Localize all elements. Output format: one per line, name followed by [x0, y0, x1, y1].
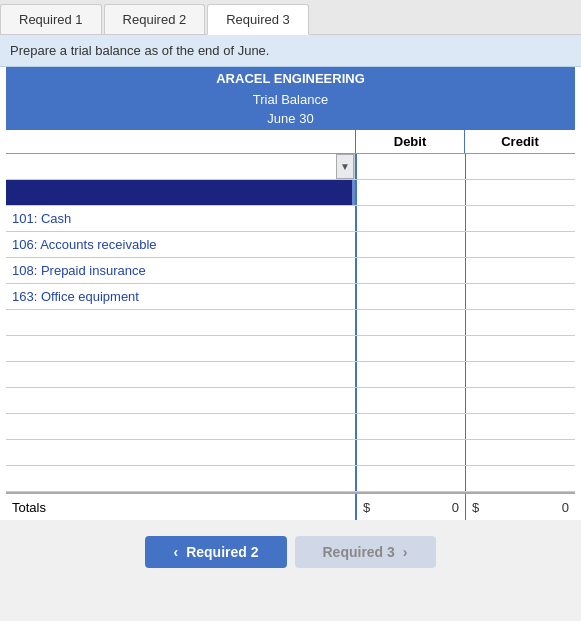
totals-row: Totals $ 0 $ 0	[6, 492, 575, 520]
instruction-bar: Prepare a trial balance as of the end of…	[0, 35, 581, 67]
credit-input[interactable]	[472, 238, 562, 252]
debit-cell[interactable]	[355, 466, 465, 491]
table-row	[6, 180, 575, 206]
debit-input[interactable]	[363, 446, 453, 460]
credit-input[interactable]	[472, 342, 562, 356]
credit-input[interactable]	[472, 316, 562, 330]
credit-input[interactable]	[472, 264, 562, 278]
debit-input[interactable]	[363, 368, 453, 382]
prev-button-label: Required 2	[186, 544, 258, 560]
account-cell[interactable]	[6, 310, 355, 335]
debit-col-header: Debit	[355, 130, 465, 153]
account-cell[interactable]: 108: Prepaid insurance	[6, 258, 355, 283]
debit-input[interactable]	[363, 264, 453, 278]
debit-cell[interactable]	[355, 154, 465, 179]
account-text: 106: Accounts receivable	[12, 237, 157, 252]
table-row	[6, 414, 575, 440]
main-content: ARACEL ENGINEERING Trial Balance June 30…	[0, 67, 581, 520]
debit-input[interactable]	[363, 394, 453, 408]
credit-cell[interactable]	[465, 362, 575, 387]
credit-cell[interactable]	[465, 284, 575, 309]
instruction-text: Prepare a trial balance as of the end of…	[10, 43, 269, 58]
credit-cell[interactable]	[465, 388, 575, 413]
credit-cell[interactable]	[465, 466, 575, 491]
credit-input[interactable]	[472, 186, 562, 200]
debit-cell[interactable]	[355, 206, 465, 231]
debit-input[interactable]	[363, 186, 453, 200]
credit-input[interactable]	[472, 290, 562, 304]
account-cell[interactable]	[6, 180, 355, 205]
table-row	[6, 388, 575, 414]
account-cell[interactable]	[6, 414, 355, 439]
table-row: 106: Accounts receivable	[6, 232, 575, 258]
credit-cell[interactable]	[465, 206, 575, 231]
credit-cell[interactable]	[465, 310, 575, 335]
credit-cell[interactable]	[465, 180, 575, 205]
tab-required3[interactable]: Required 3	[207, 4, 309, 35]
account-cell[interactable]	[6, 440, 355, 465]
credit-cell[interactable]	[465, 440, 575, 465]
company-name: ARACEL ENGINEERING	[6, 67, 575, 90]
debit-dollar-sign: $	[363, 500, 370, 515]
debit-input[interactable]	[363, 342, 453, 356]
account-text: 101: Cash	[12, 211, 71, 226]
debit-cell[interactable]	[355, 414, 465, 439]
credit-input[interactable]	[472, 420, 562, 434]
debit-input[interactable]	[363, 212, 453, 226]
credit-input[interactable]	[472, 394, 562, 408]
debit-cell[interactable]	[355, 232, 465, 257]
credit-cell[interactable]	[465, 258, 575, 283]
account-text: 163: Office equipment	[12, 289, 139, 304]
account-cell[interactable]	[6, 466, 355, 491]
account-cell[interactable]: 106: Accounts receivable	[6, 232, 355, 257]
debit-cell[interactable]	[355, 310, 465, 335]
debit-input[interactable]	[363, 238, 453, 252]
table-row	[6, 310, 575, 336]
credit-input[interactable]	[472, 446, 562, 460]
account-cell[interactable]: 101: Cash	[6, 206, 355, 231]
debit-cell[interactable]	[355, 440, 465, 465]
credit-input[interactable]	[472, 212, 562, 226]
credit-cell[interactable]	[465, 414, 575, 439]
credit-input[interactable]	[472, 160, 562, 174]
nav-buttons: ‹ Required 2 Required 3 ›	[0, 520, 581, 584]
credit-input[interactable]	[472, 368, 562, 382]
tab-required1[interactable]: Required 1	[0, 4, 102, 34]
credit-col-header: Credit	[465, 130, 575, 153]
debit-input[interactable]	[363, 290, 453, 304]
table-row	[6, 336, 575, 362]
credit-total-value: 0	[562, 500, 569, 515]
account-cell[interactable]: ▼	[6, 154, 355, 179]
account-text: 108: Prepaid insurance	[12, 263, 146, 278]
debit-cell[interactable]	[355, 258, 465, 283]
debit-input[interactable]	[363, 316, 453, 330]
debit-cell[interactable]	[355, 180, 465, 205]
prev-button[interactable]: ‹ Required 2	[145, 536, 286, 568]
tabs-bar: Required 1 Required 2 Required 3	[0, 0, 581, 35]
debit-cell[interactable]	[355, 284, 465, 309]
account-cell[interactable]: 163: Office equipment	[6, 284, 355, 309]
totals-label: Totals	[6, 494, 355, 520]
debit-input[interactable]	[363, 420, 453, 434]
debit-cell[interactable]	[355, 336, 465, 361]
credit-input[interactable]	[472, 472, 562, 486]
account-cell[interactable]	[6, 336, 355, 361]
account-cell[interactable]	[6, 362, 355, 387]
next-button[interactable]: Required 3 ›	[295, 536, 436, 568]
table-row	[6, 362, 575, 388]
tab-required2[interactable]: Required 2	[104, 4, 206, 34]
debit-cell[interactable]	[355, 388, 465, 413]
credit-cell[interactable]	[465, 232, 575, 257]
table-row: 108: Prepaid insurance	[6, 258, 575, 284]
prev-chevron-icon: ‹	[173, 544, 178, 560]
debit-input[interactable]	[363, 160, 453, 174]
credit-cell[interactable]	[465, 154, 575, 179]
debit-total-value: 0	[452, 500, 459, 515]
debit-input[interactable]	[363, 472, 453, 486]
debit-cell[interactable]	[355, 362, 465, 387]
dropdown-arrow-icon[interactable]: ▼	[336, 154, 354, 179]
trial-balance-table: ARACEL ENGINEERING Trial Balance June 30…	[0, 67, 581, 520]
table-row: ▼	[6, 154, 575, 180]
account-cell[interactable]	[6, 388, 355, 413]
credit-cell[interactable]	[465, 336, 575, 361]
